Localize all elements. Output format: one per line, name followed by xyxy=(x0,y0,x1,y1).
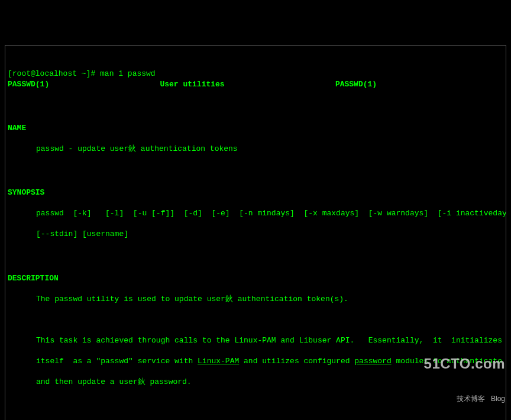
shell-prompt: [root@localhost ~]# man 1 passwd xyxy=(8,69,156,78)
header-right: PASSWD(1) xyxy=(335,80,377,89)
header-left: PASSWD(1) xyxy=(8,80,49,89)
synopsis-line2: [--stdin] [username] xyxy=(8,229,503,240)
man-header-line: PASSWD(1) User utilities PASSWD(1) xyxy=(8,79,503,90)
section-synopsis-heading: SYNOPSIS xyxy=(8,188,503,198)
section-name-heading: NAME xyxy=(8,123,503,134)
desc-para1: The passwd utility is used to update use… xyxy=(8,294,503,305)
desc-para2c: and then update a user鈥 password. xyxy=(8,377,503,387)
section-description-heading: DESCRIPTION xyxy=(8,273,503,284)
desc-para2b: itself as a "passwd" service with Linux-… xyxy=(8,356,503,367)
desc-para2a: This task is achieved through calls to t… xyxy=(8,335,503,346)
name-line: passwd - update user鈥 authentication tok… xyxy=(8,144,503,154)
header-center: User utilities xyxy=(160,80,224,89)
underline-password: password xyxy=(354,357,391,366)
synopsis-line1: passwd [-k] [-l] [-u [-f]] [-d] [-e] [-n… xyxy=(8,208,503,219)
terminal-content: [root@localhost ~]# man 1 passwd PASSWD(… xyxy=(8,59,503,420)
underline-linux-pam: Linux-PAM xyxy=(198,357,239,366)
terminal-window[interactable]: [root@localhost ~]# man 1 passwd PASSWD(… xyxy=(5,45,506,420)
